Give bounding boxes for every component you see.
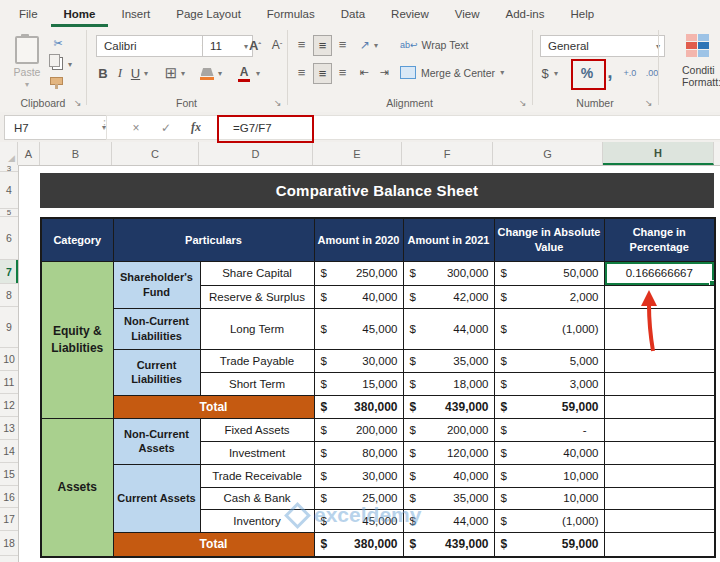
change-cell[interactable]: $(1,000): [494, 509, 604, 532]
change-cell[interactable]: $-: [494, 418, 604, 441]
item-cell[interactable]: Trade Receivable: [200, 464, 314, 487]
item-cell[interactable]: Cash & Bank: [200, 487, 314, 509]
tab-home[interactable]: Home: [51, 0, 109, 27]
amount-2020-cell[interactable]: $250,000: [314, 261, 403, 285]
insert-function-button[interactable]: fx: [181, 120, 211, 135]
tab-data[interactable]: Data: [328, 0, 378, 27]
chevron-down-icon[interactable]: ▾: [68, 60, 72, 69]
amount-2021-cell[interactable]: $42,000: [403, 285, 494, 308]
chevron-down-icon[interactable]: ▾: [181, 69, 185, 78]
header-change-absolute[interactable]: Change in Absolute Value: [494, 218, 604, 261]
row-header-9[interactable]: 9: [0, 307, 18, 348]
row-header-16[interactable]: 16: [0, 486, 18, 508]
header-amount-2021[interactable]: Amount in 2021: [403, 218, 494, 261]
header-category[interactable]: Category: [41, 218, 113, 261]
change-cell[interactable]: $(1,000): [494, 308, 604, 349]
tab-review[interactable]: Review: [378, 0, 442, 27]
name-box[interactable]: H7 ▾: [4, 115, 113, 140]
item-cell[interactable]: Trade Payable: [200, 349, 314, 372]
chevron-down-icon[interactable]: ▾: [256, 69, 260, 78]
item-cell[interactable]: Inventory: [200, 509, 314, 532]
change-cell[interactable]: $10,000: [494, 487, 604, 509]
clipboard-dialog-launcher[interactable]: ↘: [74, 98, 82, 108]
empty-cell[interactable]: [604, 418, 715, 441]
increase-font-size-button[interactable]: Aˆ: [246, 35, 264, 55]
subcategory-cell[interactable]: Current Liabilities: [113, 349, 200, 395]
row-header-18[interactable]: 18: [0, 531, 18, 556]
amount-2020-cell[interactable]: $200,000: [314, 418, 403, 441]
formula-field[interactable]: × ✓ fx =G7/F7: [106, 115, 720, 140]
row-header-5[interactable]: 5: [0, 209, 18, 217]
item-cell[interactable]: Short Term: [200, 372, 314, 395]
item-cell[interactable]: Fixed Assets: [200, 418, 314, 441]
row-header-8[interactable]: 8: [0, 284, 18, 307]
number-format-combo[interactable]: General ▾: [540, 35, 665, 57]
subcategory-cell[interactable]: Current Assets: [113, 464, 200, 532]
amount-2020-cell[interactable]: $15,000: [314, 372, 403, 395]
decrease-decimal-button[interactable]: .00: [642, 65, 662, 81]
empty-cell[interactable]: [604, 441, 715, 464]
accounting-format-button[interactable]: $: [538, 63, 552, 83]
alignment-dialog-launcher[interactable]: ↘: [519, 98, 527, 108]
tab-insert[interactable]: Insert: [108, 0, 163, 27]
empty-cell[interactable]: [604, 487, 715, 509]
fill-handle[interactable]: [709, 280, 715, 286]
tab-formulas[interactable]: Formulas: [254, 0, 328, 27]
amount-2020-cell[interactable]: $25,000: [314, 487, 403, 509]
change-cell[interactable]: $40,000: [494, 441, 604, 464]
row-header-7[interactable]: 7: [0, 260, 18, 284]
align-left-button[interactable]: ≡: [293, 63, 310, 82]
fill-color-button[interactable]: [198, 64, 216, 84]
enter-button[interactable]: ✓: [151, 121, 181, 135]
copy-button[interactable]: [52, 57, 63, 70]
header-change-percentage[interactable]: Change in Percentage: [604, 218, 715, 261]
row-header-10[interactable]: 10: [0, 348, 18, 371]
amount-2020-cell[interactable]: $30,000: [314, 464, 403, 487]
borders-button[interactable]: ⊞: [162, 63, 180, 83]
increase-indent-button[interactable]: ⇥: [376, 63, 392, 82]
selected-cell-h7[interactable]: 0.166666667: [604, 261, 715, 285]
row-header-6[interactable]: 6: [0, 217, 18, 260]
empty-cell[interactable]: [604, 308, 715, 349]
column-header-c[interactable]: C: [112, 142, 199, 165]
align-right-button[interactable]: ≡: [334, 63, 351, 82]
change-cell[interactable]: $3,000: [494, 372, 604, 395]
amount-2021-cell[interactable]: $200,000: [403, 418, 494, 441]
paste-button[interactable]: Paste ▾: [8, 32, 46, 92]
row-header-12[interactable]: 12: [0, 394, 18, 417]
row-header-17[interactable]: 17: [0, 508, 18, 531]
empty-cell[interactable]: [604, 372, 715, 395]
column-header-a[interactable]: A: [18, 142, 40, 165]
amount-2021-cell[interactable]: $120,000: [403, 441, 494, 464]
tab-file[interactable]: File: [6, 0, 51, 27]
comma-style-button[interactable]: ,: [604, 60, 616, 84]
row-header-11[interactable]: 11: [0, 371, 18, 394]
amount-2020-cell[interactable]: $80,000: [314, 441, 403, 464]
orientation-button[interactable]: ↗: [357, 35, 373, 54]
bold-button[interactable]: B: [96, 63, 110, 83]
amount-2021-cell[interactable]: $44,000: [403, 509, 494, 532]
font-name-combo[interactable]: Calibri ▾: [96, 35, 211, 57]
row-header-3[interactable]: 3: [0, 165, 18, 172]
empty-cell[interactable]: [604, 464, 715, 487]
amount-2021-cell[interactable]: $44,000: [403, 308, 494, 349]
amount-2021-cell[interactable]: $300,000: [403, 261, 494, 285]
subcategory-cell[interactable]: Non-Current Liabilities: [113, 308, 200, 349]
conditional-formatting-button[interactable]: [686, 34, 709, 57]
decrease-font-size-button[interactable]: Aˇ: [268, 35, 286, 55]
header-particulars[interactable]: Particulars: [113, 218, 314, 261]
subcategory-cell[interactable]: Shareholder's Fund: [113, 261, 200, 308]
chevron-down-icon[interactable]: ▾: [554, 69, 558, 78]
amount-2020-cell[interactable]: $380,000: [314, 532, 403, 557]
amount-2020-cell[interactable]: $45,000: [314, 509, 403, 532]
font-dialog-launcher[interactable]: ↘: [274, 98, 282, 108]
row-header-4[interactable]: 4: [0, 172, 18, 209]
total-label-cell[interactable]: Total: [113, 532, 314, 557]
amount-2021-cell[interactable]: $439,000: [403, 532, 494, 557]
empty-cell[interactable]: [604, 395, 715, 418]
row-header-13[interactable]: 13: [0, 417, 18, 440]
empty-cell[interactable]: [604, 285, 715, 308]
select-all-button[interactable]: ◢: [0, 142, 18, 165]
row-header-14[interactable]: 14: [0, 440, 18, 463]
change-cell[interactable]: $2,000: [494, 285, 604, 308]
